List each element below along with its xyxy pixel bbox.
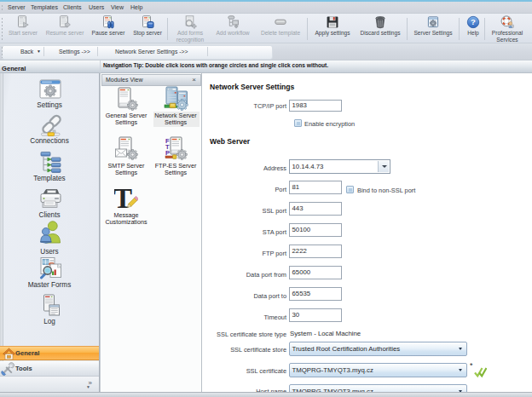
svg-text:?: ? (471, 17, 476, 26)
svg-text:P: P (165, 149, 170, 157)
